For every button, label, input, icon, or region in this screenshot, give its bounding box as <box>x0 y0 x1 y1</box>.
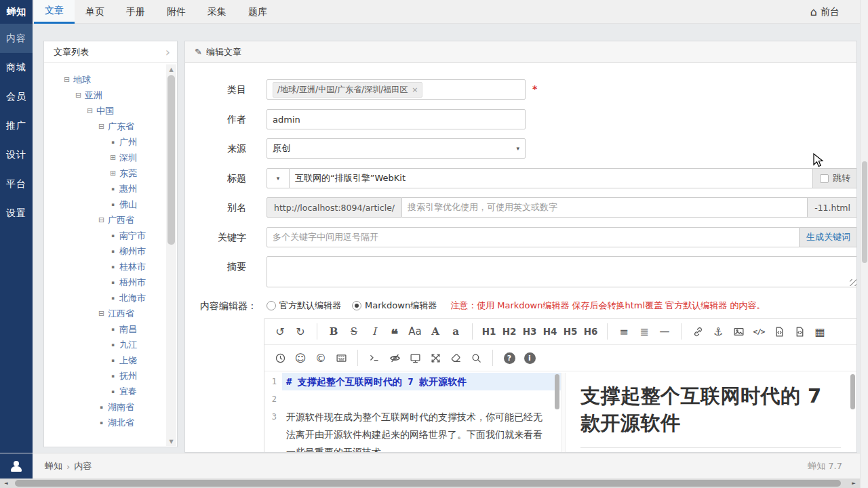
bold-button[interactable]: B <box>324 321 343 342</box>
heading-1-button[interactable]: H1 <box>479 321 498 342</box>
radio-button[interactable] <box>267 301 276 310</box>
help-button[interactable]: ? <box>500 348 519 368</box>
topbar-tab[interactable]: 文章 <box>34 0 75 24</box>
fullscreen-button[interactable] <box>426 348 445 368</box>
anchor-button[interactable]: ⚓ <box>709 321 728 342</box>
source-select[interactable]: 原创 ▾ <box>267 138 526 159</box>
keywords-input[interactable]: 多个关键字中间用逗号隔开 <box>267 227 800 247</box>
info-button[interactable]: i <box>520 348 539 368</box>
user-avatar-block[interactable] <box>0 453 33 479</box>
tree-node[interactable]: ⊟江西省 <box>44 306 177 321</box>
code-lang-button[interactable] <box>790 321 809 342</box>
datetime-button[interactable] <box>271 348 290 368</box>
font-size-button[interactable]: Aa <box>406 321 425 342</box>
editor-line[interactable]: 1# 支撑起整个互联网时代的 7 款开源软件 <box>264 373 561 390</box>
sidebar-item[interactable]: 设计 <box>0 140 33 169</box>
tree-node[interactable]: ▪抚州 <box>44 368 177 384</box>
strikethrough-button[interactable]: S <box>344 321 363 342</box>
sidebar-item[interactable]: 设置 <box>0 199 33 228</box>
sidebar-item[interactable]: 商城 <box>0 53 33 82</box>
heading-3-button[interactable]: H3 <box>520 321 539 342</box>
heading-2-button[interactable]: H2 <box>500 321 519 342</box>
heading-6-button[interactable]: H6 <box>581 321 600 342</box>
italic-button[interactable]: I <box>365 321 384 342</box>
tree-node[interactable]: ▪上饶 <box>44 352 177 368</box>
minus-icon[interactable]: ⊟ <box>96 309 106 318</box>
tree-node[interactable]: ⊟广东省 <box>44 119 177 134</box>
horizontal-scrollbar-thumb[interactable] <box>15 480 841 487</box>
lowercase-button[interactable]: a <box>446 321 465 342</box>
tree-scrollbar-thumb[interactable] <box>167 75 175 245</box>
remove-tag-icon[interactable]: × <box>412 85 418 94</box>
tree-node[interactable]: ⊟广西省 <box>44 212 177 228</box>
source-scrollbar-thumb[interactable] <box>555 374 559 409</box>
heading-4-button[interactable]: H4 <box>540 321 559 342</box>
horizontal-scrollbar[interactable]: ◄ ► <box>0 479 860 488</box>
tree-node[interactable]: ▪柳州市 <box>44 243 177 259</box>
jump-checkbox[interactable] <box>820 174 829 183</box>
search-button[interactable] <box>467 348 486 368</box>
category-input[interactable]: /地球/亚洲/中国/广东省/深圳/福田区 × <box>267 79 526 100</box>
breadcrumb-section[interactable]: 内容 <box>74 460 92 472</box>
emoji-button[interactable]: ☺ <box>291 348 310 368</box>
minus-icon[interactable]: ⊟ <box>73 91 83 100</box>
tree-node[interactable]: ▪湖南省 <box>44 399 177 415</box>
resize-grip[interactable] <box>850 279 856 286</box>
tree-node[interactable]: ▪梧州市 <box>44 274 177 290</box>
plus-icon[interactable]: ⊞ <box>108 169 118 178</box>
tree-node[interactable]: ▪佛山 <box>44 197 177 212</box>
radio-button[interactable] <box>352 301 361 310</box>
pane-divider[interactable] <box>561 373 566 453</box>
breadcrumb-app[interactable]: 蝉知 <box>45 460 62 472</box>
front-site-link[interactable]: ⌂ 前台 <box>810 0 840 24</box>
scroll-left-icon[interactable]: ◄ <box>1 479 11 488</box>
preview-scrollbar-thumb[interactable] <box>850 374 855 409</box>
app-logo[interactable]: 蝉知 <box>0 0 33 24</box>
scroll-right-icon[interactable]: ► <box>849 479 859 488</box>
minus-icon[interactable]: ⊟ <box>85 106 95 115</box>
link-button[interactable] <box>688 321 707 342</box>
copyright-button[interactable]: © <box>311 348 330 368</box>
undo-button[interactable]: ↺ <box>271 321 290 342</box>
tree-scrollbar[interactable]: ▲ ▼ <box>166 64 176 446</box>
inline-code-button[interactable]: </> <box>749 321 768 342</box>
tree-node[interactable]: ⊞东莞 <box>44 165 177 181</box>
redo-button[interactable]: ↻ <box>291 321 310 342</box>
summary-textarea[interactable] <box>267 256 857 287</box>
topbar-tab[interactable]: 采集 <box>197 0 237 24</box>
html-entities-button[interactable] <box>332 348 351 368</box>
author-input[interactable]: admin <box>267 109 526 129</box>
preview-toggle-button[interactable] <box>385 348 404 368</box>
page-scrollbar-thumb[interactable] <box>862 161 867 263</box>
uppercase-button[interactable]: A <box>426 321 445 342</box>
topbar-tab[interactable]: 题库 <box>237 0 278 24</box>
sidebar-item[interactable]: 会员 <box>0 82 33 111</box>
title-input[interactable]: 互联网的“排版引擎”WebKit <box>290 168 813 188</box>
image-button[interactable] <box>729 321 748 342</box>
quote-button[interactable]: ❝ <box>385 321 404 342</box>
scroll-down-icon[interactable]: ▼ <box>166 436 176 446</box>
sidebar-item[interactable]: 平台 <box>0 169 33 199</box>
list-ol-button[interactable]: ≣ <box>635 321 654 342</box>
plus-icon[interactable]: ⊞ <box>108 153 118 162</box>
minus-icon[interactable]: ⊟ <box>62 75 72 84</box>
goto-line-button[interactable] <box>365 348 384 368</box>
minus-icon[interactable]: ⊟ <box>96 122 106 131</box>
tree-node[interactable]: ▪北海市 <box>44 290 177 306</box>
tree-node[interactable]: ▪南宁市 <box>44 228 177 243</box>
list-ul-button[interactable]: ≡ <box>614 321 633 342</box>
tree-node[interactable]: ▪湖北省 <box>44 415 177 430</box>
tree-node[interactable]: ⊟地球 <box>44 72 177 87</box>
table-button[interactable]: ▦ <box>810 321 829 342</box>
topbar-tab[interactable]: 单页 <box>75 0 115 24</box>
tree-node[interactable]: ▪宜春 <box>44 384 177 399</box>
alias-input[interactable]: 搜索引擎优化使用，可使用英文或数字 <box>402 197 808 218</box>
tree-node[interactable]: ▪桂林市 <box>44 259 177 274</box>
clear-button[interactable] <box>446 348 465 368</box>
tree-node[interactable]: ⊞深圳 <box>44 150 177 165</box>
scroll-up-icon[interactable]: ▲ <box>166 64 176 74</box>
code-block-button[interactable] <box>770 321 789 342</box>
horizontal-rule-button[interactable]: — <box>655 321 674 342</box>
editor-line[interactable]: 2 <box>264 390 561 408</box>
page-vertical-scrollbar[interactable] <box>860 0 868 488</box>
